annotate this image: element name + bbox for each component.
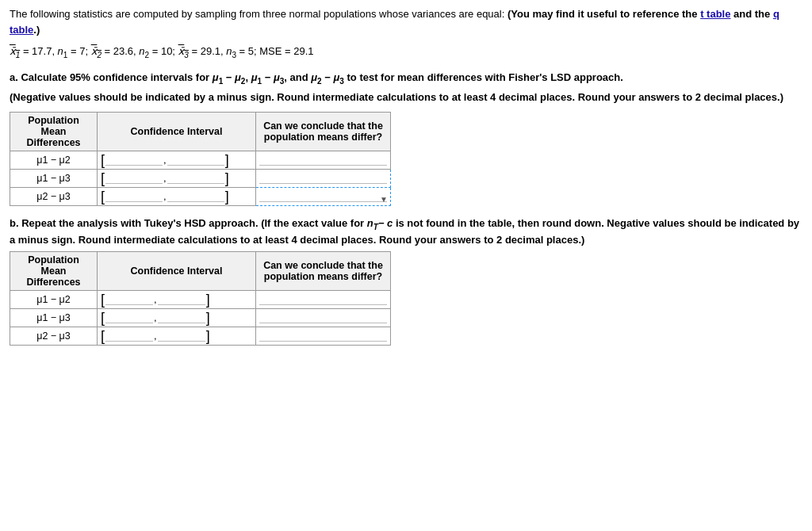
bracket-open-1: [ [101,153,105,167]
conclude-b-input-3[interactable] [259,330,387,342]
conclude-b-cell-2 [256,308,391,327]
ci-b-cell-1: [ , ] [98,290,256,308]
conclude-b-input-1[interactable] [259,293,387,305]
b-comma-2: , [154,311,157,323]
dropdown-arrow-icon: ▼ [380,195,388,204]
ci-b-lower-1[interactable] [105,293,153,305]
table-row: μ1 − μ3 [ , ] [10,169,391,187]
ci-lower-input-3[interactable] [105,190,163,202]
intro-text1: The following statistics are computed by… [10,8,508,20]
table-row: μ1 − μ2 [ , ] [10,151,391,169]
ci-lower-input-1[interactable] [105,154,163,166]
col-b-header-differences: Population MeanDifferences [10,251,98,290]
conclude-input-1[interactable] [259,154,387,166]
bracket-close-1: ] [225,153,229,167]
conclude-b-cell-1 [256,290,391,308]
ci-b-lower-3[interactable] [105,330,153,342]
ci-lower-input-2[interactable] [105,172,163,184]
ci-b-cell-3: [ , ] [98,327,256,345]
comma-2: , [163,172,167,184]
col-b-header-conclude: Can we conclude that thepopulation means… [256,251,391,290]
b-bracket-close-2: ] [206,311,210,325]
b-bracket-close-1: ] [206,292,210,307]
conclude-cell-3: ▼ [256,187,391,205]
conclude-input-3[interactable] [259,190,387,202]
ci-b-lower-2[interactable] [105,311,153,323]
intro-paragraph: The following statistics are computed by… [10,6,802,37]
ci-b-cell-2: [ , ] [98,308,256,327]
table-row: μ2 − μ3 [ , ] ▼ [10,187,391,205]
table-row: μ1 − μ2 [ , ] [10,290,391,308]
part-b-table: Population MeanDifferences Confidence In… [10,251,391,346]
row-label-1: μ1 − μ2 [10,151,98,169]
intro-and-text: and the [730,8,772,20]
b-bracket-open-3: [ [101,329,105,343]
ci-upper-input-1[interactable] [167,154,224,166]
row-label-2: μ1 − μ3 [10,169,98,187]
bracket-close-2: ] [225,171,229,185]
b-bracket-close-3: ] [206,329,210,343]
conclude-cell-1 [256,151,391,169]
table-row: μ2 − μ3 [ , ] [10,327,391,345]
ci-upper-input-3[interactable] [167,190,224,202]
b-bracket-open-1: [ [101,292,105,307]
ci-upper-input-2[interactable] [167,172,224,184]
bracket-close-3: ] [225,189,229,204]
x1-bar: x̄1 [10,44,20,62]
table-row: μ1 − μ3 [ , ] [10,308,391,327]
part-b-section: b. Repeat the analysis with Tukey's HSD … [10,216,802,346]
x2-bar: x̄2 [91,44,102,62]
ci-cell-1: [ , ] [98,151,256,169]
t-table-link[interactable]: t table [700,8,730,20]
col-header-ci: Confidence Interval [98,112,256,151]
b-bracket-open-2: [ [101,311,105,325]
ci-cell-3: [ , ] [98,187,256,205]
x3-bar: x̄3 [178,44,189,62]
ci-cell-2: [ , ] [98,169,256,187]
ci-b-upper-2[interactable] [158,311,205,323]
row-b-label-2: μ1 − μ3 [10,308,98,327]
part-a-label: a. Calculate 95% confidence intervals fo… [10,70,802,87]
col-header-conclude: Can we conclude that thepopulation means… [256,112,391,151]
part-a-section: a. Calculate 95% confidence intervals fo… [10,70,802,206]
bracket-open-2: [ [101,171,105,185]
comma-1: , [163,154,167,166]
bracket-open-3: [ [101,189,105,204]
col-header-differences: Population MeanDifferences [10,112,98,151]
params-line: x̄1 = 17.7, n1 = 7; x̄2 = 23.6, n2 = 10;… [10,44,802,62]
b-comma-3: , [154,330,157,342]
part-b-label: b. Repeat the analysis with Tukey's HSD … [10,216,802,248]
comma-3: , [163,190,167,202]
conclude-cell-2 [256,169,391,187]
intro-bold-text: (You may find it useful to reference the [508,8,700,20]
conclude-b-input-2[interactable] [259,311,387,323]
part-a-table: Population MeanDifferences Confidence In… [10,112,391,206]
col-b-header-ci: Confidence Interval [98,251,256,290]
ci-b-upper-3[interactable] [158,330,205,342]
b-comma-1: , [154,293,157,305]
conclude-input-2[interactable] [259,172,387,184]
part-a-instruction: (Negative values should be indicated by … [10,90,802,105]
ci-b-upper-1[interactable] [158,293,205,305]
row-b-label-1: μ1 − μ2 [10,290,98,308]
row-label-3: μ2 − μ3 [10,187,98,205]
intro-end-bold: .) [33,24,40,36]
row-b-label-3: μ2 − μ3 [10,327,98,345]
conclude-b-cell-3 [256,327,391,345]
